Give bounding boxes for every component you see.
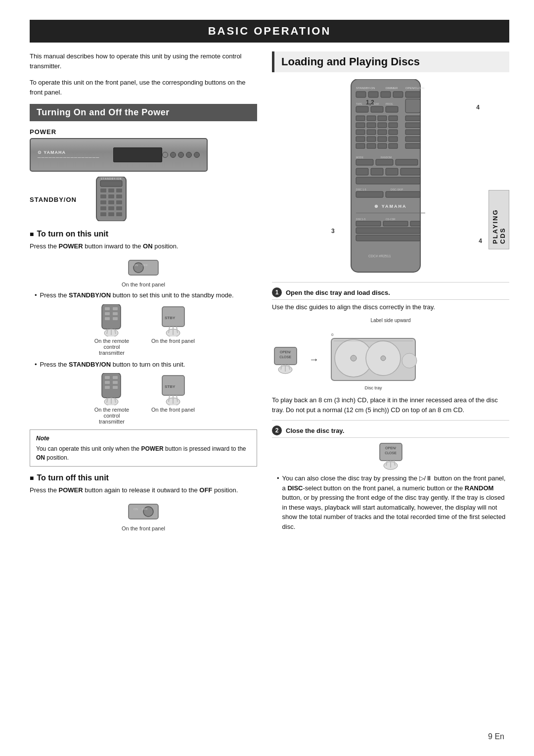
svg-rect-45 <box>113 386 118 389</box>
front-panel-icon-item1: STBY On the front panel <box>151 304 195 356</box>
svg-rect-40 <box>105 376 110 379</box>
page-main-header: BASIC OPERATION <box>30 20 509 43</box>
open-close-icon: OPEN/ CLOSE <box>272 345 299 375</box>
svg-rect-44 <box>105 386 110 389</box>
power-off-front-panel-icon: ON OFF <box>124 499 163 524</box>
svg-rect-86 <box>356 130 365 135</box>
standby-label: STANDBY/ON <box>30 177 257 223</box>
svg-rect-94 <box>389 137 398 142</box>
svg-point-136 <box>381 356 386 361</box>
svg-rect-105 <box>396 159 418 165</box>
step1-header: 1 Open the disc tray and load discs. <box>272 287 509 300</box>
svg-rect-109 <box>400 168 420 175</box>
svg-rect-89 <box>389 130 398 135</box>
svg-rect-43 <box>113 381 118 384</box>
svg-rect-91 <box>356 137 365 142</box>
remote-icon-item2: On the remote control transmitter <box>92 373 132 425</box>
disc-tray-illustration: OPEN/ CLOSE → <box>272 329 509 390</box>
svg-rect-4 <box>116 189 122 192</box>
step1-num: 1 <box>272 287 282 297</box>
front-panel-hand-icon1: STBY <box>160 304 187 336</box>
svg-rect-75 <box>405 99 420 113</box>
label-side-up-text: Label side upward <box>272 316 509 324</box>
front-panel-caption3: On the front panel <box>151 407 195 413</box>
btn4 <box>186 152 192 158</box>
svg-text:DISC-SKIP: DISC-SKIP <box>391 188 403 191</box>
page-main-header-text: BASIC OPERATION <box>208 25 331 37</box>
callout-1-2: 1,2 <box>366 99 374 106</box>
btn5 <box>194 152 200 158</box>
svg-text:DIMMER: DIMMER <box>386 87 398 90</box>
device-front-panel-img: ⊙ YAMAHA ───────────────── <box>30 138 208 172</box>
loading-playing-header: Loading and Playing Discs <box>272 51 509 72</box>
svg-rect-26 <box>113 312 118 315</box>
svg-text:⊛ YAMAHA: ⊛ YAMAHA <box>374 204 406 209</box>
svg-text:STANDBY/ON: STANDBY/ON <box>101 177 122 180</box>
svg-rect-107 <box>371 168 383 175</box>
page-container: BASIC OPERATION This manual describes ho… <box>0 0 534 756</box>
svg-rect-108 <box>386 168 398 175</box>
svg-rect-6 <box>108 194 114 198</box>
power-off-caption: On the front panel <box>122 525 165 531</box>
remote-hand-icon1 <box>98 304 125 336</box>
svg-text:DISC1-5: DISC1-5 <box>356 218 365 221</box>
svg-rect-16 <box>116 212 122 216</box>
svg-rect-9 <box>108 200 114 204</box>
svg-rect-14 <box>100 212 106 216</box>
device-buttons <box>162 152 200 158</box>
svg-text:MODE: MODE <box>356 156 364 159</box>
step2: 2 Close the disc tray. OPEN/ CLOSE <box>272 425 509 531</box>
arrow-right-icon: → <box>309 354 319 365</box>
intro-line2: To operate this unit on the front panel,… <box>30 78 257 97</box>
svg-text:CLOSE: CLOSE <box>279 355 291 359</box>
front-panel-caption1: On the front panel <box>122 282 165 287</box>
standby-icons-row2: On the remote control transmitter STBY O… <box>30 373 257 425</box>
svg-rect-99 <box>389 143 398 148</box>
svg-rect-7 <box>116 194 122 198</box>
turn-off-text1: Press the POWER button again to release … <box>30 485 257 495</box>
svg-rect-100 <box>405 143 420 148</box>
svg-text:PROG: PROG <box>386 102 393 105</box>
step2-header: 2 Close the disc tray. <box>272 425 509 438</box>
svg-rect-22 <box>102 304 121 329</box>
callout-4b: 4 <box>479 237 482 244</box>
svg-rect-11 <box>100 206 106 210</box>
front-panel-hand-icon2: STBY <box>160 373 187 405</box>
svg-rect-41 <box>113 376 118 379</box>
svg-rect-74 <box>386 106 398 112</box>
svg-rect-106 <box>356 168 368 175</box>
svg-rect-97 <box>367 143 376 148</box>
svg-rect-68 <box>405 92 420 97</box>
svg-rect-95 <box>405 137 420 142</box>
svg-text:CDC# #R2511: CDC# #R2511 <box>368 254 391 258</box>
svg-rect-104 <box>376 159 393 165</box>
svg-rect-67 <box>393 92 403 97</box>
svg-rect-13 <box>116 206 122 210</box>
power-btn-icon-group: ON OFF On the front panel <box>30 255 257 287</box>
callout-4a: 4 <box>476 104 480 111</box>
to-turn-off-header: To turn off this unit <box>30 473 257 482</box>
svg-rect-82 <box>367 123 376 128</box>
svg-rect-88 <box>378 130 387 135</box>
step2-header-text: Close the disc tray. <box>286 427 344 434</box>
remote-large-container: STANDBY-ON DIMMER OPEN/CLOSE TAPE CLEAR … <box>272 79 509 277</box>
device-logo: ⊙ YAMAHA ───────────────── <box>38 150 113 160</box>
step1-text1: Use the disc guides to align the discs c… <box>272 302 509 312</box>
bullet1: Press the STANDBY/ON button to set this … <box>35 290 257 300</box>
svg-rect-119 <box>356 221 381 226</box>
section-separator-1 <box>272 282 509 283</box>
svg-rect-90 <box>405 130 420 135</box>
btn2 <box>170 152 176 158</box>
svg-text:STBY: STBY <box>165 384 176 389</box>
step1-header-text: Open the disc tray and load discs. <box>286 289 390 296</box>
bullet2: Press the STANDBY/ON button to turn on t… <box>35 360 257 370</box>
svg-rect-10 <box>116 200 122 204</box>
device-display <box>113 147 162 162</box>
remote-icon-item1: On the remote control transmitter <box>92 304 132 356</box>
note-label: Note <box>36 434 251 443</box>
step1-text2: To play back an 8 cm (3 inch) CD, place … <box>272 395 509 415</box>
svg-text:STANDBY-ON: STANDBY-ON <box>356 87 375 90</box>
svg-rect-84 <box>389 123 398 128</box>
svg-rect-65 <box>368 92 378 97</box>
svg-text:CLOSE: CLOSE <box>385 451 397 455</box>
